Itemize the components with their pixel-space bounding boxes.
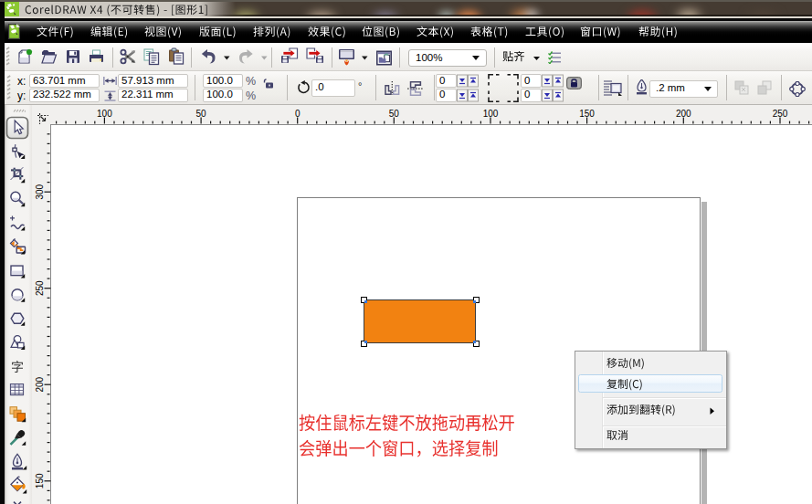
- svg-text:150: 150: [579, 109, 595, 119]
- svg-text:200: 200: [36, 376, 46, 392]
- svg-text:150: 150: [36, 473, 46, 488]
- svg-text:50: 50: [196, 109, 207, 119]
- svg-text:100: 100: [97, 109, 112, 119]
- svg-text:250: 250: [36, 280, 46, 296]
- svg-text:0: 0: [295, 109, 301, 119]
- svg-text:300: 300: [36, 184, 46, 199]
- svg-text:100: 100: [483, 109, 499, 119]
- svg-text:200: 200: [676, 109, 691, 119]
- svg-text:250: 250: [773, 109, 788, 119]
- svg-text:50: 50: [389, 109, 400, 119]
